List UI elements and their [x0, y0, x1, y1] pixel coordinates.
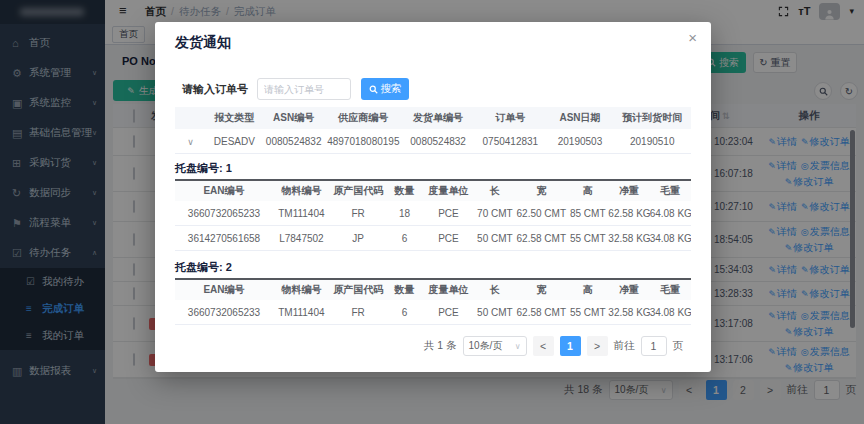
order-no-input[interactable]: [257, 78, 351, 100]
goto-page-input[interactable]: [641, 336, 667, 356]
pallet-table-header: EAN编号物料编号原产国代码数量度量单位长宽高净重毛重: [175, 278, 691, 300]
order-no-label: 请输入订单号: [182, 82, 248, 97]
next-page-button[interactable]: >: [587, 336, 608, 356]
page-button-1[interactable]: 1: [560, 336, 581, 356]
close-icon[interactable]: ×: [688, 29, 697, 46]
asn-table: 报文类型 ASN编号 供应商编号 发货单编号 订单号 ASN日期 预计到货时间 …: [175, 107, 691, 154]
prev-page-button[interactable]: <: [533, 336, 554, 356]
asn-row: ∨ DESADV 0080524832 4897018080195 008052…: [175, 129, 691, 154]
expand-row-caret[interactable]: ∨: [187, 137, 194, 147]
pallet-1-label: 托盘编号: 1: [175, 161, 232, 176]
pallet-2-table: EAN编号物料编号原产国代码数量度量单位长宽高净重毛重 366073206523…: [175, 278, 691, 325]
modal-pagination: 共 1 条 10条/页∨ < 1 > 前往 页: [424, 336, 683, 356]
pallet-row: 3660732065233TM111404FR6PCE50 CMT62.58 C…: [175, 300, 691, 325]
modal-title: 发货通知: [175, 34, 231, 52]
goto-label: 前往: [614, 339, 635, 353]
pallet-row: 3660732065233TM111404FR18PCE70 CMT62.50 …: [175, 201, 691, 226]
page-size-select[interactable]: 10条/页∨: [463, 336, 527, 356]
page-unit-label: 页: [673, 339, 684, 353]
asn-table-header: 报文类型 ASN编号 供应商编号 发货单编号 订单号 ASN日期 预计到货时间: [175, 107, 691, 129]
pallet-2-label: 托盘编号: 2: [175, 260, 232, 275]
pallet-row: 3614270561658L7847502JP6PCE50 CMT62.58 C…: [175, 226, 691, 251]
pallet-1-table: EAN编号物料编号原产国代码数量度量单位长宽高净重毛重 366073206523…: [175, 179, 691, 251]
modal-search-bar: 请输入订单号 搜索: [182, 78, 409, 100]
total-count: 共 1 条: [424, 339, 457, 353]
chevron-down-icon: ∨: [515, 342, 521, 351]
pallet-table-header: EAN编号物料编号原产国代码数量度量单位长宽高净重毛重: [175, 179, 691, 201]
search-icon: [369, 85, 378, 94]
modal-search-button[interactable]: 搜索: [361, 78, 409, 100]
shipping-notice-modal: 发货通知 × 请输入订单号 搜索 报文类型 ASN编号 供应商编号 发货单编号 …: [155, 22, 711, 372]
